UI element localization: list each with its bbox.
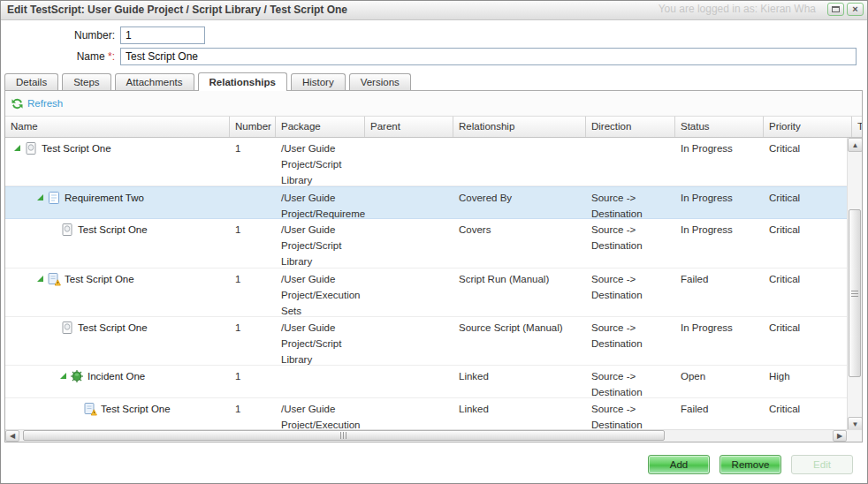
relationship-row[interactable]: Test Script One 1 /User Guide Project/Sc… <box>5 317 862 366</box>
scroll-right-button[interactable]: ▶ <box>833 430 847 442</box>
relationship-row[interactable]: Test Script One 1 /User Guide Project/Ex… <box>5 268 862 317</box>
tab-steps[interactable]: Steps <box>62 73 110 90</box>
cell-parent <box>365 187 453 190</box>
cell-relationship: Linked <box>453 366 586 384</box>
tree-expander-icon[interactable] <box>37 194 43 200</box>
cell-name: Test Script One <box>5 219 230 238</box>
script-warning-icon <box>83 402 98 416</box>
tab-details[interactable]: Details <box>4 73 58 90</box>
cell-parent <box>365 219 453 222</box>
cell-parent <box>365 268 453 271</box>
cell-priority: Critical <box>764 187 852 206</box>
cell-direction: Source -> Destination <box>586 366 675 400</box>
column-header-relationship[interactable]: Relationship <box>453 117 586 137</box>
tree-expander-icon[interactable] <box>60 373 66 379</box>
vertical-scroll-thumb[interactable] <box>849 209 861 377</box>
cell-number: 1 <box>230 366 276 384</box>
cell-number: 1 <box>230 268 276 287</box>
relationship-row[interactable]: Requirement Two /User Guide Project/Requ… <box>5 186 862 219</box>
column-header-parent[interactable]: Parent <box>365 117 453 137</box>
cell-direction: Source -> Destination <box>586 268 675 303</box>
vertical-scrollbar[interactable]: ▲ ▼ <box>847 138 862 431</box>
add-button[interactable]: Add <box>648 455 710 474</box>
script-icon <box>60 223 75 237</box>
dialog-title: Edit TestScript: User Guide Project / Sc… <box>7 1 347 19</box>
scroll-grip-icon <box>340 432 348 439</box>
tree-expander-icon[interactable] <box>14 145 20 151</box>
cell-package: /User Guide Project/Execution <box>276 398 365 430</box>
close-icon: × <box>852 4 857 14</box>
horizontal-scroll-track[interactable] <box>19 430 833 442</box>
cell-priority: High <box>764 366 852 384</box>
cell-status: In Progress <box>675 317 764 336</box>
edit-testscript-dialog: You are logged in as: Kieran Wha Edit Te… <box>0 0 868 484</box>
relationship-row[interactable]: Test Script One 1 /User Guide Project/Sc… <box>5 219 862 268</box>
tree-expander-icon[interactable] <box>37 276 43 282</box>
cell-package <box>276 366 365 368</box>
column-header-package[interactable]: Package <box>276 117 365 137</box>
cell-status: In Progress <box>675 138 764 156</box>
cell-relationship: Linked <box>453 398 586 417</box>
close-button[interactable]: × <box>847 3 864 16</box>
scrollbar-corner <box>847 430 862 442</box>
tab-attachments[interactable]: Attachments <box>115 73 194 90</box>
scroll-up-button[interactable]: ▲ <box>848 138 863 152</box>
cell-parent <box>365 398 453 401</box>
number-label: Number: <box>1 29 115 42</box>
cell-status: Failed <box>675 398 764 417</box>
cell-direction: Source -> Destination <box>586 187 675 222</box>
cell-relationship: Source Script (Manual) <box>453 317 586 336</box>
cell-priority: Critical <box>764 268 852 287</box>
cell-package: /User Guide Project/Script Library <box>276 317 365 367</box>
cell-direction: Source -> Destination <box>586 219 675 253</box>
horizontal-scrollbar[interactable]: ◀ ▶ <box>5 429 862 442</box>
requirement-icon <box>47 191 62 205</box>
maximize-button[interactable] <box>827 3 844 16</box>
maximize-icon <box>832 6 840 12</box>
refresh-link[interactable]: Refresh <box>11 97 63 110</box>
cell-package: /User Guide Project/Requireme... <box>276 187 365 222</box>
scroll-grip-icon <box>851 290 858 297</box>
column-header-priority[interactable]: Priority <box>764 117 852 137</box>
cell-name: Test Script One <box>5 268 230 287</box>
remove-button[interactable]: Remove <box>720 455 781 474</box>
relationship-row[interactable]: Test Script One 1 /User Guide Project/Sc… <box>5 138 862 186</box>
column-header-name[interactable]: Name <box>5 117 230 137</box>
script-icon <box>24 141 39 155</box>
tab-relationships[interactable]: Relationships <box>198 72 287 91</box>
scroll-left-button[interactable]: ◀ <box>5 430 19 442</box>
cell-status: In Progress <box>675 219 764 238</box>
cell-name: Requirement Two <box>5 187 230 206</box>
tab-strip: Details Steps Attachments Relationships … <box>4 72 863 90</box>
dialog-footer: Add Remove Edit <box>2 442 866 482</box>
relationships-panel: Refresh Name Number Package Parent Relat… <box>4 90 863 442</box>
column-header-status[interactable]: Status <box>675 117 764 137</box>
background-logged-in-text: You are logged in as: Kieran Wha <box>659 1 816 17</box>
tab-versions[interactable]: Versions <box>349 73 411 90</box>
edit-button[interactable]: Edit <box>791 455 853 474</box>
cell-relationship: Covers <box>453 219 586 238</box>
cell-number <box>230 187 276 190</box>
required-asterisk: *: <box>108 50 115 63</box>
dialog-titlebar[interactable]: You are logged in as: Kieran Wha Edit Te… <box>1 1 867 20</box>
cell-status: Open <box>675 366 764 384</box>
number-field[interactable] <box>120 26 205 44</box>
tab-history[interactable]: History <box>291 73 346 90</box>
cell-number: 1 <box>230 138 276 156</box>
cell-name: Test Script One <box>5 138 230 156</box>
horizontal-scroll-thumb[interactable] <box>23 430 665 441</box>
column-header-direction[interactable]: Direction <box>586 117 675 137</box>
cell-relationship <box>453 138 586 140</box>
grid-body: Test Script One 1 /User Guide Project/Sc… <box>5 138 862 430</box>
name-field[interactable] <box>120 48 857 65</box>
cell-priority: Critical <box>764 219 852 238</box>
grid-toolbar: Refresh <box>5 91 862 117</box>
cell-priority: Critical <box>764 317 852 336</box>
column-header-number[interactable]: Number <box>230 117 276 137</box>
relationship-row[interactable]: Incident One 1 Linked Source -> Destinat… <box>5 366 862 398</box>
column-header-type[interactable]: Ty <box>852 117 862 137</box>
grid-header: Name Number Package Parent Relationship … <box>5 117 862 138</box>
cell-direction: Source -> Destination <box>586 317 675 352</box>
relationship-row[interactable]: Test Script One 1 /User Guide Project/Ex… <box>5 398 862 430</box>
cell-package: /User Guide Project/Execution Sets <box>276 268 365 319</box>
